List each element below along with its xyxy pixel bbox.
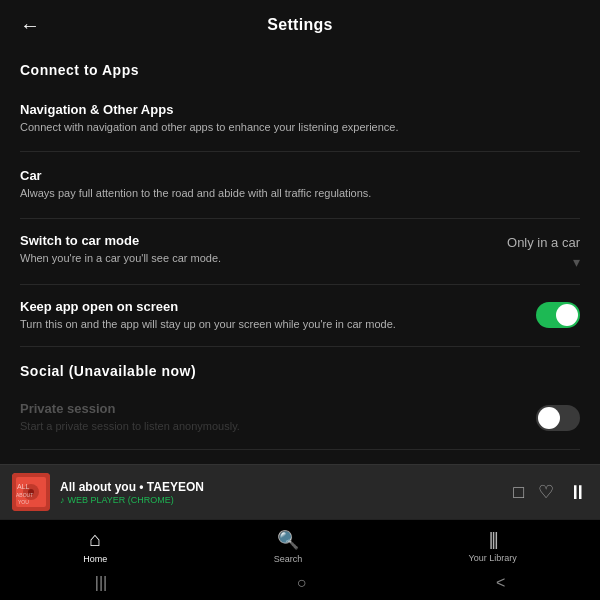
private-session-title: Private session — [20, 401, 526, 416]
header: ← Settings — [0, 0, 600, 46]
nav-search[interactable]: 🔍 Search — [274, 529, 303, 564]
private-session-row[interactable]: Private session Start a private session … — [20, 391, 580, 444]
keep-app-open-text: Keep app open on screen Turn this on and… — [20, 299, 536, 332]
home-icon: ⌂ — [89, 528, 101, 551]
system-home-button[interactable]: ○ — [297, 574, 307, 592]
phone-container: ← Settings Connect to Apps Navigation & … — [0, 0, 600, 600]
keep-app-open-desc: Turn this on and the app will stay up on… — [20, 317, 526, 332]
home-label: Home — [83, 554, 107, 564]
web-player-icon: ♪ — [60, 495, 65, 505]
switch-car-mode-desc: When you're in a car you'll see car mode… — [20, 251, 497, 266]
divider-1 — [20, 151, 580, 152]
web-player-label: WEB PLAYER (CHROME) — [68, 495, 174, 505]
now-playing-source: ♪ WEB PLAYER (CHROME) — [60, 495, 513, 505]
navigation-apps-title: Navigation & Other Apps — [20, 102, 580, 117]
divider-3 — [20, 284, 580, 285]
private-session-desc: Start a private session to listen anonym… — [20, 419, 526, 434]
car-item: Car Always pay full attention to the roa… — [20, 156, 580, 213]
switch-car-mode-title: Switch to car mode — [20, 233, 497, 248]
connect-to-apps-section-title: Connect to Apps — [20, 62, 580, 78]
playback-controls: □ ♡ ⏸ — [513, 481, 588, 504]
nav-library[interactable]: ||| Your Library — [469, 529, 517, 563]
navigation-apps-item[interactable]: Navigation & Other Apps Connect with nav… — [20, 90, 580, 147]
keep-app-open-toggle[interactable] — [536, 302, 580, 328]
keep-app-open-row[interactable]: Keep app open on screen Turn this on and… — [20, 289, 580, 342]
now-playing-title: All about you • TAEYEON — [60, 480, 513, 494]
add-to-library-icon[interactable]: □ — [513, 482, 524, 503]
chevron-down-icon: ▾ — [573, 254, 580, 270]
private-session-toggle[interactable] — [536, 405, 580, 431]
divider-4 — [20, 346, 580, 347]
car-title: Car — [20, 168, 580, 183]
switch-car-mode-text: Switch to car mode When you're in a car … — [20, 233, 497, 266]
listening-activity-row[interactable]: Listening activity Share what I listen t… — [20, 454, 580, 464]
search-label: Search — [274, 554, 303, 564]
navigation-apps-desc: Connect with navigation and other apps t… — [20, 120, 580, 135]
back-button[interactable]: ← — [20, 14, 40, 37]
now-playing-bar[interactable]: ALL ABOUT YOU All about you • TAEYEON ♪ … — [0, 464, 600, 519]
system-menu-button[interactable]: ||| — [95, 574, 107, 592]
page-title: Settings — [267, 16, 333, 34]
album-art-image: ALL ABOUT YOU — [12, 473, 50, 511]
car-mode-value: Only in a car — [507, 235, 580, 250]
settings-content: Connect to Apps Navigation & Other Apps … — [0, 46, 600, 464]
social-section-title: Social (Unavailable now) — [20, 363, 580, 379]
system-nav: ||| ○ < — [0, 568, 600, 600]
nav-home[interactable]: ⌂ Home — [83, 528, 107, 564]
search-icon: 🔍 — [277, 529, 299, 551]
library-icon: ||| — [489, 529, 497, 550]
divider-5 — [20, 449, 580, 450]
divider-2 — [20, 218, 580, 219]
now-playing-info: All about you • TAEYEON ♪ WEB PLAYER (CH… — [60, 480, 513, 505]
private-session-text: Private session Start a private session … — [20, 401, 536, 434]
keep-app-open-title: Keep app open on screen — [20, 299, 526, 314]
bottom-nav: ⌂ Home 🔍 Search ||| Your Library — [0, 519, 600, 568]
library-label: Your Library — [469, 553, 517, 563]
album-art: ALL ABOUT YOU — [12, 473, 50, 511]
car-desc: Always pay full attention to the road an… — [20, 186, 580, 201]
switch-car-mode-row[interactable]: Switch to car mode When you're in a car … — [20, 223, 580, 280]
system-back-button[interactable]: < — [496, 574, 505, 592]
pause-button[interactable]: ⏸ — [568, 481, 588, 504]
svg-text:YOU: YOU — [18, 499, 29, 505]
svg-text:ALL: ALL — [17, 483, 30, 490]
heart-icon[interactable]: ♡ — [538, 481, 554, 503]
svg-text:ABOUT: ABOUT — [16, 492, 33, 498]
